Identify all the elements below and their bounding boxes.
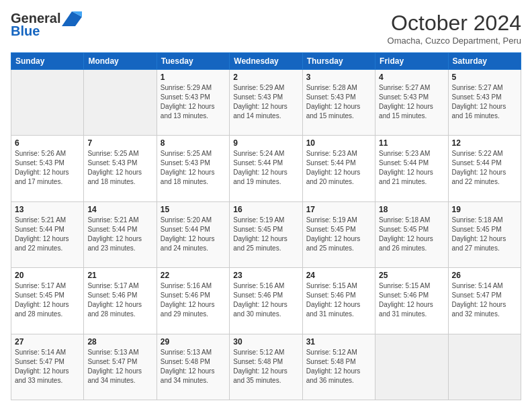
day-info: Sunrise: 5:17 AM Sunset: 5:45 PM Dayligh… [15, 281, 80, 319]
day-info: Sunrise: 5:14 AM Sunset: 5:47 PM Dayligh… [15, 348, 80, 385]
day-info: Sunrise: 5:13 AM Sunset: 5:48 PM Dayligh… [161, 348, 226, 385]
calendar-table: Sunday Monday Tuesday Wednesday Thursday… [11, 52, 521, 400]
day-number: 24 [306, 271, 371, 280]
calendar-cell: 15Sunrise: 5:20 AM Sunset: 5:44 PM Dayli… [157, 201, 229, 267]
day-number: 17 [306, 205, 371, 214]
day-number: 27 [15, 337, 80, 347]
calendar-cell: 6Sunrise: 5:26 AM Sunset: 5:43 PM Daylig… [11, 136, 84, 201]
day-info: Sunrise: 5:24 AM Sunset: 5:44 PM Dayligh… [233, 149, 298, 187]
day-info: Sunrise: 5:21 AM Sunset: 5:44 PM Dayligh… [15, 216, 80, 253]
col-sunday: Sunday [11, 53, 84, 70]
day-info: Sunrise: 5:23 AM Sunset: 5:44 PM Dayligh… [379, 149, 444, 187]
day-number: 5 [452, 73, 517, 82]
day-number: 2 [233, 73, 298, 82]
calendar-cell: 11Sunrise: 5:23 AM Sunset: 5:44 PM Dayli… [375, 136, 448, 201]
calendar-cell: 9Sunrise: 5:24 AM Sunset: 5:44 PM Daylig… [230, 136, 302, 201]
calendar-cell: 31Sunrise: 5:12 AM Sunset: 5:48 PM Dayli… [302, 334, 375, 400]
day-number: 15 [161, 205, 226, 214]
col-wednesday: Wednesday [230, 53, 302, 70]
day-number: 22 [161, 271, 226, 280]
calendar-cell: 13Sunrise: 5:21 AM Sunset: 5:44 PM Dayli… [11, 201, 84, 267]
day-info: Sunrise: 5:28 AM Sunset: 5:43 PM Dayligh… [306, 83, 371, 121]
day-number: 11 [379, 138, 444, 148]
calendar-cell: 22Sunrise: 5:16 AM Sunset: 5:46 PM Dayli… [157, 268, 229, 334]
page: General Blue October 2024 Omacha, Cuzco … [0, 0, 532, 411]
day-number: 4 [379, 73, 444, 82]
calendar-cell: 2Sunrise: 5:29 AM Sunset: 5:43 PM Daylig… [230, 70, 302, 136]
day-info: Sunrise: 5:18 AM Sunset: 5:45 PM Dayligh… [452, 216, 517, 253]
title-area: October 2024 Omacha, Cuzco Department, P… [388, 11, 521, 46]
calendar-cell: 24Sunrise: 5:15 AM Sunset: 5:46 PM Dayli… [302, 268, 375, 334]
calendar-cell: 1Sunrise: 5:29 AM Sunset: 5:43 PM Daylig… [157, 70, 229, 136]
day-number: 9 [233, 138, 298, 148]
day-info: Sunrise: 5:21 AM Sunset: 5:44 PM Dayligh… [87, 216, 152, 253]
day-info: Sunrise: 5:16 AM Sunset: 5:46 PM Dayligh… [161, 281, 226, 319]
day-info: Sunrise: 5:12 AM Sunset: 5:48 PM Dayligh… [233, 348, 298, 385]
day-info: Sunrise: 5:25 AM Sunset: 5:43 PM Dayligh… [87, 149, 152, 187]
day-number: 26 [452, 271, 517, 280]
day-number: 7 [87, 138, 152, 148]
header-row: Sunday Monday Tuesday Wednesday Thursday… [11, 53, 521, 70]
day-number: 29 [161, 337, 226, 347]
calendar-cell: 28Sunrise: 5:13 AM Sunset: 5:47 PM Dayli… [84, 334, 157, 400]
day-info: Sunrise: 5:13 AM Sunset: 5:47 PM Dayligh… [87, 348, 152, 385]
calendar-cell: 27Sunrise: 5:14 AM Sunset: 5:47 PM Dayli… [11, 334, 84, 400]
calendar-cell: 3Sunrise: 5:28 AM Sunset: 5:43 PM Daylig… [302, 70, 375, 136]
calendar-cell: 30Sunrise: 5:12 AM Sunset: 5:48 PM Dayli… [230, 334, 302, 400]
calendar-week-1: 6Sunrise: 5:26 AM Sunset: 5:43 PM Daylig… [11, 136, 521, 201]
calendar-cell: 10Sunrise: 5:23 AM Sunset: 5:44 PM Dayli… [302, 136, 375, 201]
day-info: Sunrise: 5:12 AM Sunset: 5:48 PM Dayligh… [306, 348, 371, 385]
day-number: 31 [306, 337, 371, 347]
day-number: 12 [452, 138, 517, 148]
day-info: Sunrise: 5:29 AM Sunset: 5:43 PM Dayligh… [161, 83, 226, 121]
col-tuesday: Tuesday [157, 53, 229, 70]
calendar-week-3: 20Sunrise: 5:17 AM Sunset: 5:45 PM Dayli… [11, 268, 521, 334]
day-info: Sunrise: 5:15 AM Sunset: 5:46 PM Dayligh… [306, 281, 371, 319]
day-info: Sunrise: 5:19 AM Sunset: 5:45 PM Dayligh… [306, 216, 371, 253]
day-info: Sunrise: 5:22 AM Sunset: 5:44 PM Dayligh… [452, 149, 517, 187]
calendar-cell [11, 70, 84, 136]
subtitle: Omacha, Cuzco Department, Peru [388, 36, 521, 46]
day-info: Sunrise: 5:27 AM Sunset: 5:43 PM Dayligh… [452, 83, 517, 121]
day-number: 14 [87, 205, 152, 214]
header: General Blue October 2024 Omacha, Cuzco … [11, 11, 521, 46]
calendar-cell [375, 334, 448, 400]
calendar-cell: 29Sunrise: 5:13 AM Sunset: 5:48 PM Dayli… [157, 334, 229, 400]
calendar-cell [448, 334, 521, 400]
day-number: 20 [15, 271, 80, 280]
calendar-cell: 16Sunrise: 5:19 AM Sunset: 5:45 PM Dayli… [230, 201, 302, 267]
calendar-cell: 25Sunrise: 5:15 AM Sunset: 5:46 PM Dayli… [375, 268, 448, 334]
day-number: 1 [161, 73, 226, 82]
day-info: Sunrise: 5:23 AM Sunset: 5:44 PM Dayligh… [306, 149, 371, 187]
day-number: 21 [87, 271, 152, 280]
calendar-cell: 19Sunrise: 5:18 AM Sunset: 5:45 PM Dayli… [448, 201, 521, 267]
calendar-cell: 12Sunrise: 5:22 AM Sunset: 5:44 PM Dayli… [448, 136, 521, 201]
calendar-cell: 17Sunrise: 5:19 AM Sunset: 5:45 PM Dayli… [302, 201, 375, 267]
calendar-cell: 5Sunrise: 5:27 AM Sunset: 5:43 PM Daylig… [448, 70, 521, 136]
day-info: Sunrise: 5:15 AM Sunset: 5:46 PM Dayligh… [379, 281, 444, 319]
calendar-cell: 7Sunrise: 5:25 AM Sunset: 5:43 PM Daylig… [84, 136, 157, 201]
calendar-cell: 14Sunrise: 5:21 AM Sunset: 5:44 PM Dayli… [84, 201, 157, 267]
calendar-cell: 26Sunrise: 5:14 AM Sunset: 5:47 PM Dayli… [448, 268, 521, 334]
logo-blue: Blue [11, 24, 40, 39]
day-number: 18 [379, 205, 444, 214]
day-info: Sunrise: 5:18 AM Sunset: 5:45 PM Dayligh… [379, 216, 444, 253]
calendar-cell: 4Sunrise: 5:27 AM Sunset: 5:43 PM Daylig… [375, 70, 448, 136]
calendar-cell: 21Sunrise: 5:17 AM Sunset: 5:46 PM Dayli… [84, 268, 157, 334]
day-number: 6 [15, 138, 80, 148]
day-info: Sunrise: 5:29 AM Sunset: 5:43 PM Dayligh… [233, 83, 298, 121]
day-number: 16 [233, 205, 298, 214]
calendar-cell: 20Sunrise: 5:17 AM Sunset: 5:45 PM Dayli… [11, 268, 84, 334]
calendar-cell: 8Sunrise: 5:25 AM Sunset: 5:43 PM Daylig… [157, 136, 229, 201]
day-number: 30 [233, 337, 298, 347]
day-number: 3 [306, 73, 371, 82]
col-thursday: Thursday [302, 53, 375, 70]
day-info: Sunrise: 5:20 AM Sunset: 5:44 PM Dayligh… [161, 216, 226, 253]
day-info: Sunrise: 5:26 AM Sunset: 5:43 PM Dayligh… [15, 149, 80, 187]
day-info: Sunrise: 5:25 AM Sunset: 5:43 PM Dayligh… [161, 149, 226, 187]
day-number: 19 [452, 205, 517, 214]
col-friday: Friday [375, 53, 448, 70]
logo: General Blue [11, 11, 82, 39]
day-number: 13 [15, 205, 80, 214]
month-title: October 2024 [388, 11, 521, 36]
